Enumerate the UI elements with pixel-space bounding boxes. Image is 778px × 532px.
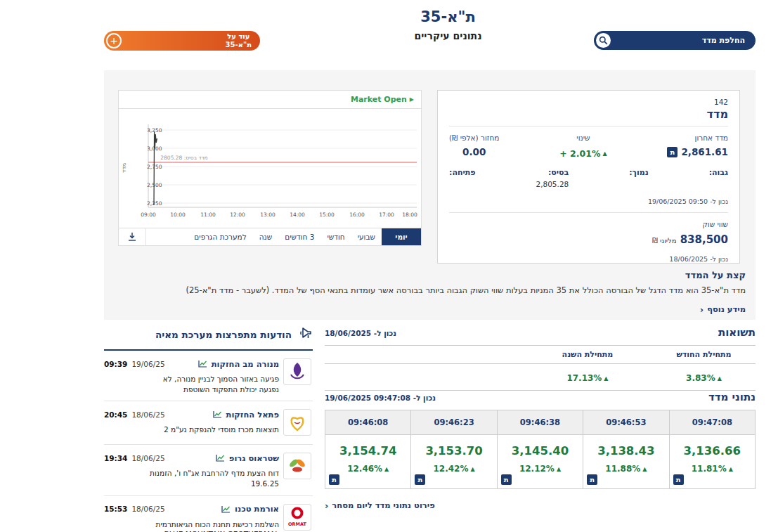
announcements-title: הודעות מתפרצות מערכת מאיה — [155, 329, 292, 340]
last-rate-value: 2,861.61 — [681, 146, 728, 157]
maya-announcements-section: הודעות מתפרצות מערכת מאיה מנורה מב החזקו… — [104, 326, 313, 532]
market-cap-as-of: נכון ל- 18/06/2025 — [449, 255, 728, 263]
quote-cell: 3,154.74 12.46%▲ ת — [325, 435, 411, 489]
company-link[interactable]: אורמת טכנו — [235, 504, 279, 514]
more-about-index-button[interactable]: עוד על ת"א-35 + — [104, 31, 260, 51]
index-data-title: נתוני מדד — [708, 391, 756, 403]
replace-index-search-button[interactable]: החלפת מדד — [594, 31, 756, 50]
quote-cell: 3,145.40 12.12%▲ ת — [497, 435, 583, 489]
about-text: מדד ת"א-35 הוא מדד הדגל של הבורסה הכולל … — [118, 285, 746, 295]
up-triangle-icon: ▲ — [642, 466, 647, 472]
announcement-date: 18/06/25 — [131, 505, 164, 513]
x-tick: 10:00 — [170, 212, 186, 218]
strauss-logo — [283, 453, 311, 479]
y-tick: 2,500 — [147, 182, 162, 188]
change-cell: שינוי + 2.01% ▲ — [559, 134, 607, 160]
x-tick: 16:00 — [349, 212, 365, 218]
announcement-date: 19/06/25 — [131, 360, 164, 368]
returns-year-header: מתחילת השנה — [523, 346, 652, 364]
page-header: ת"א-35 נתונים עיקריים — [351, 8, 545, 41]
high-cell: גבוה: — [709, 168, 728, 188]
low-cell: נמוך: — [629, 168, 648, 188]
tab-daily[interactable]: יומי — [382, 228, 421, 245]
tab-year[interactable]: שנה — [253, 228, 279, 245]
charts-system-link[interactable]: למערכת הגרפים — [188, 228, 252, 245]
turnover-value: 0.00 — [449, 146, 499, 157]
mini-chart-icon — [213, 408, 222, 421]
turnover-label: מחזור (אלפי ₪) — [449, 134, 499, 142]
search-label: החלפת מדד — [702, 36, 745, 45]
y-tick: 2,250 — [147, 200, 162, 207]
market-cap-label: שווי שוק — [449, 220, 728, 228]
quote-cell: 3,138.43 11.88%▲ ת — [583, 435, 669, 489]
mini-chart-icon — [216, 451, 225, 465]
base-value: 2,805.28 — [536, 180, 569, 188]
up-triangle-icon: ▲ — [718, 375, 722, 382]
open-cell: פתיחה: — [449, 168, 476, 188]
up-triangle-icon: ▲ — [557, 466, 561, 472]
y-axis-title: מדד — [121, 163, 127, 173]
announcement-item[interactable]: מנורה מב החזקות 19/06/25 09:39 פגיעה באז… — [104, 351, 313, 401]
announcement-time: 19:34 — [104, 454, 127, 462]
x-tick: 17:00 — [379, 212, 394, 218]
download-chart-button[interactable] — [119, 228, 146, 245]
chevron-left-icon: ‹ — [325, 501, 328, 510]
tase-badge: ת — [667, 147, 677, 157]
announcement-text: תוצאות מכרז מוסדי להנפקת נע"מ 2 — [104, 424, 279, 435]
page-subtitle: נתונים עיקריים — [351, 30, 545, 41]
quote-value: 3,154.74 — [325, 444, 410, 458]
price-chart-panel: Market Open▶ מדד 3,250 3,000 2,750 2, — [118, 90, 422, 246]
quote-value: 3,138.43 — [583, 444, 668, 458]
company-link[interactable]: שטראוס גרופ — [229, 453, 279, 463]
quote-value: 3,153.70 — [411, 444, 496, 458]
company-link[interactable]: מנורה מב החזקות — [212, 359, 279, 369]
quote-value: 3,136.66 — [670, 444, 755, 458]
index-data-detail-link[interactable]: פירוט נתוני מדד ליום מסחר‹ — [325, 500, 435, 510]
tab-3-months[interactable]: 3 חודשים — [278, 228, 320, 245]
about-index-section: קצת על המדד מדד ת"א-35 הוא מדד הדגל של ה… — [118, 270, 746, 315]
up-triangle-icon: ▲ — [384, 466, 389, 472]
tase-badge: ת — [587, 474, 597, 485]
index-data-as-of: נכון ל- 09:47:08 19/06/2025 — [325, 394, 436, 402]
announcement-item[interactable]: פתאל החזקות 18/06/25 20:45 תוצאות מכרז מ… — [104, 401, 313, 445]
company-link[interactable]: פתאל החזקות — [226, 410, 279, 420]
search-icon — [596, 33, 611, 48]
chart-header: Market Open▶ — [119, 91, 421, 109]
fattal-logo — [283, 409, 311, 436]
market-cap-value: 838,500 — [680, 233, 728, 246]
instrument-type: מדד — [449, 108, 728, 121]
tase-badge: ת — [501, 474, 512, 485]
announcement-item[interactable]: ORMAT אורמת טכנו 18/06/25 15:53 השלמת רכ… — [104, 496, 313, 532]
price-chart: מדד 3,250 3,000 2,750 2,500 2,250 מדד בס… — [119, 109, 421, 228]
tab-monthly[interactable]: חודשי — [320, 228, 351, 245]
play-triangle-icon: ▶ — [410, 96, 414, 103]
chevron-left-icon: ‹ — [700, 305, 704, 314]
quote-time: 09:46:23 — [411, 410, 497, 435]
x-tick: 12:00 — [230, 212, 245, 218]
up-triangle-icon: ▲ — [604, 375, 608, 382]
up-triangle-icon: ▲ — [602, 150, 607, 157]
securities-count: 142 — [449, 98, 728, 106]
announcement-item[interactable]: שטראוס גרופ 18/06/25 19:34 דוח הצעת מדף … — [104, 445, 313, 495]
quote-cell: 3,136.66 11.81%▲ ת — [669, 435, 755, 489]
base-index-label: מדד בסיס: 2805.28 — [160, 155, 207, 161]
index-overview-card: Market Open▶ מדד 3,250 3,000 2,750 2, — [104, 70, 756, 320]
tabs-spacer — [146, 228, 188, 245]
quote-value: 3,145.40 — [498, 444, 583, 458]
announcement-time: 15:53 — [104, 505, 127, 513]
tab-weekly[interactable]: שבועי — [351, 228, 382, 245]
more-info-link[interactable]: מידע נוסף‹ — [700, 304, 746, 314]
announcement-date: 18/06/25 — [131, 410, 164, 419]
quote-cell: 3,153.70 12.42%▲ ת — [411, 435, 497, 489]
chart-range-tabs: יומי שבועי חודשי 3 חודשים שנה למערכת הגר… — [119, 228, 421, 245]
x-tick: 11:00 — [200, 212, 216, 218]
megaphone-icon — [297, 326, 313, 343]
index-summary-panel: 142 מדד מדד אחרון 2,861.61 ת שינוי + 2.0… — [437, 90, 740, 264]
tase-badge: ת — [415, 474, 425, 485]
up-triangle-icon: ▲ — [471, 466, 475, 472]
base-label: בסיס: — [536, 168, 569, 177]
plus-icon: + — [106, 33, 122, 48]
download-icon — [127, 232, 137, 242]
returns-month-header: מתחילת החודש — [652, 346, 756, 364]
returns-section: תשואות נכון ל- 18/06/2025 מתחילת החודש מ… — [325, 326, 756, 391]
